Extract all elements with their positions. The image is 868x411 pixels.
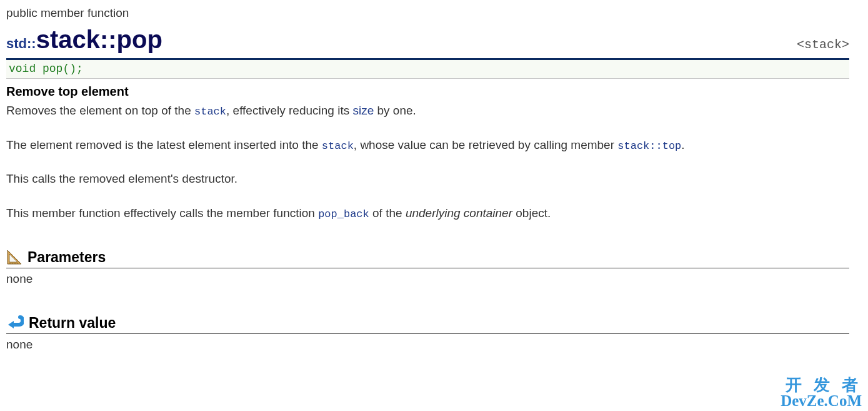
namespace-prefix: std:: [6, 36, 36, 51]
stack-link[interactable]: stack [194, 106, 226, 118]
subtitle: Remove top element [6, 83, 849, 100]
text: , whose value can be retrieved by callin… [354, 138, 617, 151]
parameters-content: none [6, 271, 849, 288]
text: by one. [374, 104, 416, 117]
triangle-ruler-icon [6, 249, 22, 265]
description-paragraph-3: This calls the removed element's destruc… [6, 171, 849, 188]
description-paragraph-2: The element removed is the latest elemen… [6, 137, 849, 154]
header-tag: <stack> [797, 36, 849, 54]
function-name: pop [117, 26, 162, 53]
stack-top-link[interactable]: stack::top [617, 140, 681, 152]
class-name: stack [36, 26, 100, 53]
return-value-content: none [6, 337, 849, 353]
page-title: std::stack::pop [6, 22, 162, 57]
text: object. [512, 206, 551, 220]
text: This member function effectively calls t… [6, 206, 318, 220]
return-value-heading-text: Return value [29, 313, 116, 333]
text: Removes the element on top of the [6, 104, 194, 117]
description-paragraph-4: This member function effectively calls t… [6, 205, 849, 222]
parameters-heading-text: Parameters [27, 247, 106, 267]
text: of the [369, 206, 406, 220]
category-label: public member function [6, 5, 849, 22]
size-link[interactable]: size [352, 104, 374, 117]
text: . [681, 138, 684, 151]
parameters-heading: Parameters [6, 247, 849, 268]
underlying-container-term: underlying container [406, 206, 512, 220]
pop-back-link[interactable]: pop_back [318, 208, 369, 220]
svg-marker-1 [9, 254, 17, 262]
page-title-row: std::stack::pop <stack> [6, 22, 849, 60]
return-value-heading: Return value [6, 313, 849, 334]
description-paragraph-1: Removes the element on top of the stack,… [6, 103, 849, 119]
text: The element removed is the latest elemen… [6, 138, 322, 151]
scope-separator: :: [100, 26, 117, 53]
text: , effectively reducing its [226, 104, 352, 117]
svg-marker-6 [8, 321, 14, 328]
stack-link[interactable]: stack [322, 140, 354, 152]
signature-box: void pop(); [6, 60, 849, 79]
return-arrow-icon [6, 315, 24, 331]
